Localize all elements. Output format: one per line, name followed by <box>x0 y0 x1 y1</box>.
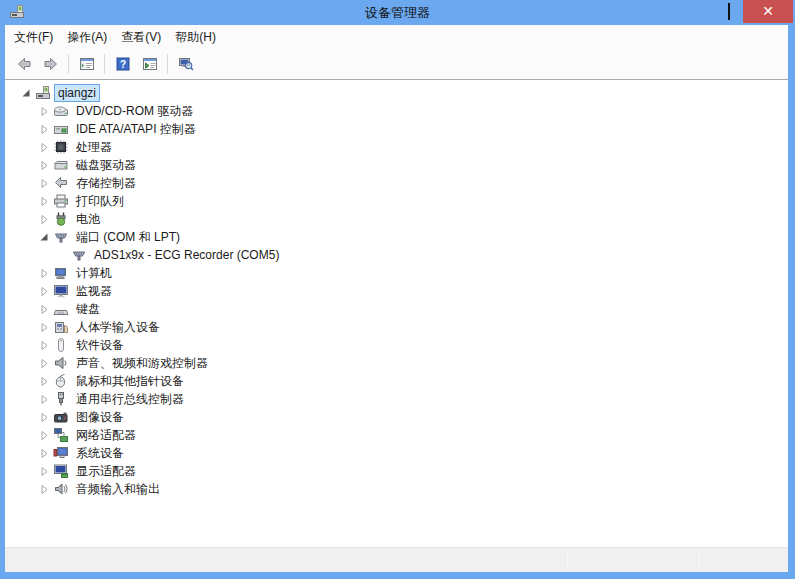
tree-item-label[interactable]: 打印队列 <box>73 192 127 211</box>
tree-item-label[interactable]: 音频输入和输出 <box>73 480 163 499</box>
collapsed-twisty-icon[interactable] <box>38 195 50 207</box>
tree-item-label[interactable]: 磁盘驱动器 <box>73 156 139 175</box>
tree-item[interactable]: 端口 (COM 和 LPT) <box>5 228 788 246</box>
toolbar: ? <box>5 49 788 80</box>
computer-icon <box>53 265 69 281</box>
tree-item-label[interactable]: 计算机 <box>73 264 115 283</box>
menu-help[interactable]: 帮助(H) <box>168 25 223 50</box>
ide-controller-icon <box>53 121 69 137</box>
tree-item-label[interactable]: 通用串行总线控制器 <box>73 390 187 409</box>
collapsed-twisty-icon[interactable] <box>38 339 50 351</box>
status-section <box>568 548 699 572</box>
tree-item[interactable]: 电池 <box>5 210 788 228</box>
tree-item[interactable]: IDE ATA/ATAPI 控制器 <box>5 120 788 138</box>
properties-button[interactable] <box>137 52 162 77</box>
titlebar[interactable]: 设备管理器 ✕ <box>0 0 795 25</box>
tree-item[interactable]: 鼠标和其他指针设备 <box>5 372 788 390</box>
device-manager-icon <box>35 85 51 101</box>
system-device-icon <box>53 445 69 461</box>
collapsed-twisty-icon[interactable] <box>38 123 50 135</box>
maximize-button[interactable] <box>714 0 743 23</box>
tree-item[interactable]: 音频输入和输出 <box>5 480 788 498</box>
tree-item[interactable]: 图像设备 <box>5 408 788 426</box>
tree-item-label[interactable]: 网络适配器 <box>73 426 139 445</box>
disk-drive-icon <box>53 157 69 173</box>
device-tree[interactable]: qiangziDVD/CD-ROM 驱动器IDE ATA/ATAPI 控制器处理… <box>5 80 788 547</box>
close-button[interactable]: ✕ <box>743 0 793 23</box>
collapsed-twisty-icon[interactable] <box>38 483 50 495</box>
window-title: 设备管理器 <box>0 4 795 22</box>
network-adapter-icon <box>53 427 69 443</box>
menu-file[interactable]: 文件(F) <box>7 25 60 50</box>
tree-item[interactable]: 键盘 <box>5 300 788 318</box>
collapsed-twisty-icon[interactable] <box>38 447 50 459</box>
collapsed-twisty-icon[interactable] <box>38 411 50 423</box>
tree-item-label[interactable]: 鼠标和其他指针设备 <box>73 372 187 391</box>
print-queue-icon <box>53 193 69 209</box>
forward-button[interactable] <box>38 52 63 77</box>
collapsed-twisty-icon[interactable] <box>38 159 50 171</box>
collapsed-twisty-icon[interactable] <box>38 375 50 387</box>
tree-item-label[interactable]: ADS1x9x - ECG Recorder (COM5) <box>91 247 282 263</box>
tree-item-label[interactable]: 图像设备 <box>73 408 127 427</box>
tree-item-label[interactable]: 电池 <box>73 210 103 229</box>
show-hide-console-tree-button[interactable] <box>74 52 99 77</box>
tree-item[interactable]: 通用串行总线控制器 <box>5 390 788 408</box>
tree-item[interactable]: ADS1x9x - ECG Recorder (COM5) <box>5 246 788 264</box>
processor-icon <box>53 139 69 155</box>
tree-item-label[interactable]: 显示适配器 <box>73 462 139 481</box>
tree-item[interactable]: 系统设备 <box>5 444 788 462</box>
minimize-button[interactable] <box>685 0 714 23</box>
collapsed-twisty-icon[interactable] <box>38 303 50 315</box>
collapsed-twisty-icon[interactable] <box>38 465 50 477</box>
tree-item[interactable]: DVD/CD-ROM 驱动器 <box>5 102 788 120</box>
svg-text:?: ? <box>119 59 125 70</box>
tree-item[interactable]: 计算机 <box>5 264 788 282</box>
menu-action[interactable]: 操作(A) <box>60 25 114 50</box>
back-button[interactable] <box>11 52 36 77</box>
tree-item[interactable]: 软件设备 <box>5 336 788 354</box>
collapsed-twisty-icon[interactable] <box>38 357 50 369</box>
tree-item[interactable]: 声音、视频和游戏控制器 <box>5 354 788 372</box>
tree-item[interactable]: 打印队列 <box>5 192 788 210</box>
tree-item[interactable]: 磁盘驱动器 <box>5 156 788 174</box>
maximize-icon <box>728 5 730 19</box>
tree-item-label[interactable]: 存储控制器 <box>73 174 139 193</box>
tree-item-label[interactable]: 监视器 <box>73 282 115 301</box>
tree-item-label[interactable]: qiangzi <box>55 85 99 101</box>
tree-item[interactable]: 存储控制器 <box>5 174 788 192</box>
tree-item-label[interactable]: DVD/CD-ROM 驱动器 <box>73 102 196 121</box>
tree-item[interactable]: qiangzi <box>5 84 788 102</box>
window-controls: ✕ <box>685 0 793 23</box>
help-icon: ? <box>115 56 131 72</box>
tree-item[interactable]: 显示适配器 <box>5 462 788 480</box>
collapsed-twisty-icon[interactable] <box>38 141 50 153</box>
collapsed-twisty-icon[interactable] <box>38 393 50 405</box>
tree-item-label[interactable]: 端口 (COM 和 LPT) <box>73 228 183 247</box>
collapsed-twisty-icon[interactable] <box>38 321 50 333</box>
tree-item[interactable]: 网络适配器 <box>5 426 788 444</box>
tree-item[interactable]: 人体学输入设备 <box>5 318 788 336</box>
collapsed-twisty-icon[interactable] <box>38 213 50 225</box>
tree-item-label[interactable]: IDE ATA/ATAPI 控制器 <box>73 120 199 139</box>
tree-item-label[interactable]: 人体学输入设备 <box>73 318 163 337</box>
tree-item-label[interactable]: 软件设备 <box>73 336 127 355</box>
tree-item-label[interactable]: 键盘 <box>73 300 103 319</box>
scan-hardware-changes-button[interactable] <box>173 52 198 77</box>
tree-item-label[interactable]: 声音、视频和游戏控制器 <box>73 354 211 373</box>
expanded-twisty-icon[interactable] <box>38 231 50 243</box>
collapsed-twisty-icon[interactable] <box>38 285 50 297</box>
tree-item-label[interactable]: 处理器 <box>73 138 115 157</box>
tree-item[interactable]: 监视器 <box>5 282 788 300</box>
tree-item-label[interactable]: 系统设备 <box>73 444 127 463</box>
expanded-twisty-icon[interactable] <box>20 87 32 99</box>
tree-item[interactable]: 处理器 <box>5 138 788 156</box>
collapsed-twisty-icon[interactable] <box>38 267 50 279</box>
collapsed-twisty-icon[interactable] <box>38 105 50 117</box>
help-button[interactable]: ? <box>110 52 135 77</box>
collapsed-twisty-icon[interactable] <box>38 429 50 441</box>
serial-port-icon <box>71 247 87 263</box>
back-arrow-icon <box>16 56 32 72</box>
menu-view[interactable]: 查看(V) <box>114 25 168 50</box>
collapsed-twisty-icon[interactable] <box>38 177 50 189</box>
